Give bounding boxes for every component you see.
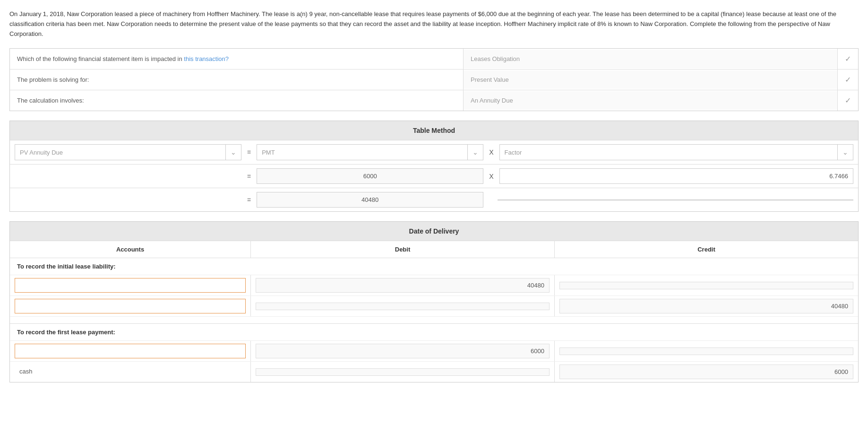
- equals-sign-2: =: [241, 173, 257, 180]
- question-label-1: Which of the following financial stateme…: [10, 49, 464, 69]
- table-method-section: Table Method PV Annuity Due ⌄ = PMT ⌄ X …: [9, 121, 859, 212]
- accounts-cell-3: [10, 341, 251, 361]
- annuity-due-dropdown[interactable]: An Annuity Due: [464, 91, 837, 110]
- accounts-cell-2: [10, 296, 251, 316]
- table-method-header-row: PV Annuity Due ⌄ = PMT ⌄ X Factor ⌄: [10, 140, 858, 164]
- col-credit-header: Credit: [555, 241, 858, 258]
- cash-label: cash: [15, 365, 246, 378]
- question-label-2: The problem is solving for:: [10, 69, 464, 90]
- pmt-value: 6000: [257, 168, 483, 184]
- equals-sign-3: =: [241, 196, 257, 204]
- account-input-3[interactable]: [15, 344, 246, 358]
- credit-cell-4: 6000: [555, 362, 858, 382]
- x-sign-2: X: [483, 173, 499, 180]
- pmt-container: PMT ⌄: [257, 144, 483, 160]
- credit-value-1: [559, 282, 853, 289]
- credit-value-4: 6000: [559, 365, 853, 379]
- credit-cell-2: 40480: [555, 296, 858, 316]
- table-method-value-row: = 6000 X 6.7466: [10, 164, 858, 188]
- question-row-3: The calculation involves: An Annuity Due…: [10, 90, 858, 111]
- factor-right-empty: [498, 200, 853, 200]
- pv-annuity-due-container: PV Annuity Due ⌄: [15, 144, 241, 160]
- debit-cell-4: [251, 362, 555, 382]
- table-method-result-row: = 40480: [10, 188, 858, 211]
- journal-row-4: cash 6000: [10, 361, 858, 382]
- account-input-2[interactable]: [15, 299, 246, 313]
- intro-text: On January 1, 2018, Naw Corporation leas…: [9, 9, 859, 39]
- col-accounts-header: Accounts: [10, 241, 251, 258]
- accounts-cell-1: [10, 275, 251, 295]
- delivery-col-headers: Accounts Debit Credit: [10, 241, 858, 258]
- credit-value-2: 40480: [559, 299, 853, 313]
- accounts-cell-4: cash: [10, 362, 251, 382]
- first-payment-label: To record the first lease payment:: [10, 323, 858, 340]
- question-row-1: Which of the following financial stateme…: [10, 49, 858, 69]
- col-debit-header: Debit: [251, 241, 555, 258]
- debit-value-4: [256, 368, 550, 376]
- tm-middle-6000: 6000: [257, 168, 483, 184]
- spacer-1: [10, 316, 858, 323]
- x-sign-1: X: [483, 148, 499, 156]
- chevron-pv[interactable]: ⌄: [225, 145, 241, 160]
- credit-value-3: [559, 347, 853, 355]
- equals-sign-1: =: [241, 148, 257, 156]
- journal-row-3: 6000: [10, 340, 858, 361]
- question-answer-1: Leases Obligation ✓: [464, 49, 858, 69]
- chevron-down-icon-1[interactable]: ✓: [837, 49, 858, 69]
- debit-cell-3: 6000: [251, 341, 555, 361]
- journal-row-2: 40480: [10, 295, 858, 316]
- chevron-down-icon-3[interactable]: ✓: [837, 90, 858, 111]
- present-value-dropdown[interactable]: Present Value: [464, 70, 837, 89]
- debit-cell-1: 40480: [251, 275, 555, 295]
- credit-cell-3: [555, 341, 858, 361]
- chevron-pmt[interactable]: ⌄: [467, 145, 483, 160]
- delivery-section: Date of Delivery Accounts Debit Credit T…: [9, 221, 859, 382]
- question-row-2: The problem is solving for: Present Valu…: [10, 69, 858, 90]
- factor-container[interactable]: Factor ⌄: [499, 144, 853, 160]
- tm-middle-40480: 40480: [257, 192, 483, 208]
- account-input-1[interactable]: [15, 278, 246, 293]
- question-answer-2: Present Value ✓: [464, 69, 858, 90]
- delivery-header: Date of Delivery: [10, 222, 858, 241]
- journal-row-1: 40480: [10, 275, 858, 295]
- question-answer-3: An Annuity Due ✓: [464, 90, 858, 111]
- pmt-dropdown[interactable]: PMT ⌄: [257, 144, 483, 160]
- leases-obligation-dropdown[interactable]: Leases Obligation: [464, 50, 837, 68]
- pv-annuity-due-dropdown[interactable]: PV Annuity Due ⌄: [15, 144, 241, 160]
- debit-value-3: 6000: [256, 344, 550, 358]
- chevron-down-icon-2[interactable]: ✓: [837, 69, 858, 90]
- chevron-factor[interactable]: ⌄: [837, 145, 853, 160]
- debit-cell-2: [251, 296, 555, 316]
- debit-value-2: [256, 303, 550, 310]
- questions-section: Which of the following financial stateme…: [9, 48, 859, 111]
- table-method-header: Table Method: [10, 121, 858, 140]
- result-value: 40480: [257, 192, 483, 208]
- question-label-3: The calculation involves:: [10, 90, 464, 111]
- initial-lease-label: To record the initial lease liability:: [10, 258, 858, 275]
- credit-cell-1: [555, 275, 858, 295]
- factor-value-container: 6.7466: [499, 168, 853, 184]
- debit-value-1: 40480: [256, 278, 550, 293]
